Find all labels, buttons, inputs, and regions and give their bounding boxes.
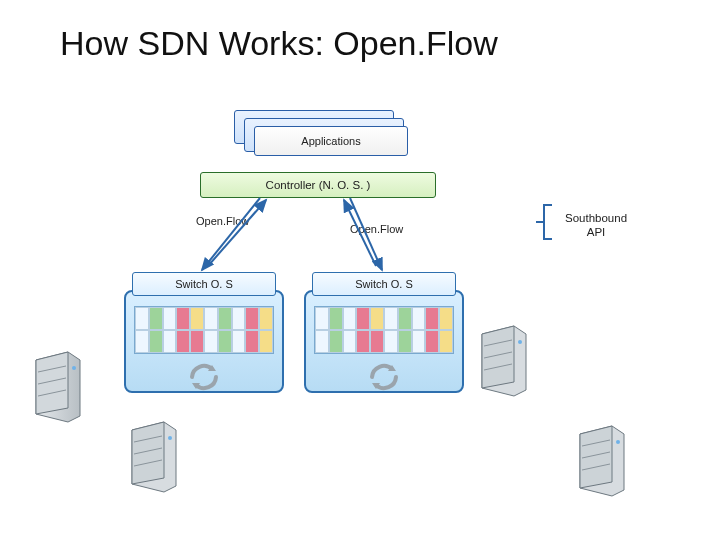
controller-box: Controller (N. O. S. ) <box>200 172 436 198</box>
switch-os-label: Switch O. S <box>132 272 276 296</box>
southbound-api-label: Southbound API <box>565 211 627 240</box>
openflow-label-left: Open.Flow <box>196 215 249 227</box>
svg-point-9 <box>72 366 76 370</box>
svg-line-28 <box>202 198 260 270</box>
server-icon <box>480 324 528 398</box>
switch-right: Switch O. S <box>300 272 468 397</box>
switch-left: Switch O. S <box>120 272 288 397</box>
svg-line-29 <box>208 200 266 266</box>
svg-point-21 <box>518 340 522 344</box>
applications-card-front: Applications <box>254 126 408 156</box>
refresh-icon <box>186 359 222 395</box>
flow-table <box>134 306 274 354</box>
page-title: How SDN Works: Open.Flow <box>60 24 498 63</box>
southbound-line1: Southbound <box>565 212 627 224</box>
flow-table <box>314 306 454 354</box>
svg-point-15 <box>168 436 172 440</box>
openflow-label-right: Open.Flow <box>350 223 403 235</box>
server-icon <box>34 350 82 424</box>
server-icon <box>130 420 178 494</box>
switch-os-label: Switch O. S <box>312 272 456 296</box>
refresh-icon <box>366 359 402 395</box>
applications-stack: Applications <box>234 110 408 158</box>
server-icon <box>578 424 626 498</box>
southbound-line2: API <box>587 226 606 238</box>
svg-point-27 <box>616 440 620 444</box>
